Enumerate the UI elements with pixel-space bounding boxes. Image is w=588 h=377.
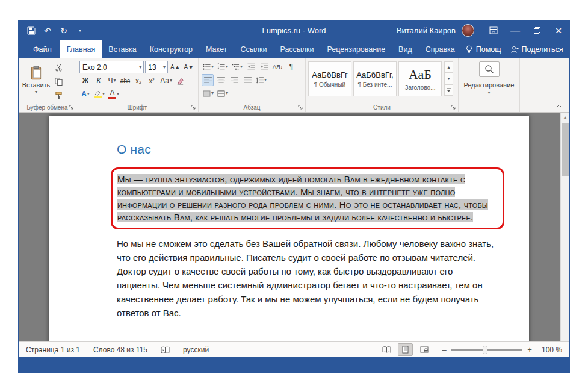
avatar[interactable] [462, 24, 474, 37]
font-color-button[interactable]: А ▾ [107, 88, 120, 100]
line-spacing-button[interactable]: ▾ [255, 74, 268, 86]
style-heading1[interactable]: АаБ Заголово... [398, 61, 442, 96]
paste-button[interactable]: Вставить ▾ [20, 60, 52, 101]
redo-button[interactable]: ↻ [57, 23, 70, 38]
account-name[interactable]: Виталий Каиров [397, 26, 456, 35]
format-painter-button[interactable] [52, 89, 64, 102]
ribbon-display-options-button[interactable] [483, 20, 504, 40]
share-button[interactable]: Поделиться [507, 45, 567, 54]
eraser-icon [176, 77, 184, 85]
align-center-icon [217, 77, 225, 84]
zoom-slider-handle[interactable] [483, 346, 487, 354]
increase-indent-button[interactable] [258, 61, 270, 73]
tab-file[interactable]: Файл [25, 40, 60, 58]
font-size-combo[interactable]: 13 ▾ [145, 61, 168, 73]
editing-group-label[interactable]: Редактирование [464, 81, 515, 89]
tab-review[interactable]: Рецензирование [321, 40, 392, 58]
tab-design[interactable]: Конструктор [143, 40, 199, 58]
strikethrough-button[interactable]: abc [119, 75, 131, 87]
clear-formatting-button[interactable] [175, 75, 187, 87]
chevron-down-icon: ▾ [170, 78, 172, 83]
editing-dropdown-icon[interactable]: ▾ [487, 90, 490, 95]
highlight-button[interactable]: ▾ [93, 88, 106, 100]
cut-button[interactable] [52, 61, 64, 74]
bullets-button[interactable]: ▾ [202, 61, 215, 73]
zoom-level[interactable]: 100 % [537, 346, 562, 354]
tab-references[interactable]: Ссылки [234, 40, 273, 58]
show-marks-button[interactable]: ¶ [285, 61, 297, 73]
customize-qat-button[interactable]: ▾ [73, 23, 87, 38]
statusbar: Страница 1 из 1 Слово 48 из 115 русский … [19, 341, 569, 357]
restore-button[interactable] [526, 20, 548, 40]
borders-button[interactable]: ▾ [216, 87, 229, 99]
dialog-launcher-icon [69, 105, 74, 110]
page-indicator[interactable]: Страница 1 из 1 [26, 346, 80, 354]
paragraph-dialog-launcher[interactable] [297, 104, 304, 111]
shrink-font-button[interactable]: А▼ [183, 61, 195, 73]
justify-button[interactable] [241, 74, 253, 86]
selected-paragraph[interactable]: Мы — группа энтузиастов, одержимых идеей… [117, 173, 497, 223]
tab-layout[interactable]: Макет [199, 40, 234, 58]
tab-insert[interactable]: Вставка [102, 40, 143, 58]
tab-help[interactable]: Справка [419, 40, 462, 58]
grow-font-button[interactable]: А▲ [169, 61, 181, 73]
styles-scroll-down[interactable]: ▾ [444, 73, 453, 84]
window-bottom-strip [19, 357, 569, 373]
proofing-status[interactable] [161, 346, 170, 354]
align-left-button[interactable] [202, 74, 214, 86]
subscript-button[interactable]: x₂ [132, 75, 144, 87]
scroll-up-arrow[interactable]: ▲ [561, 113, 569, 122]
styles-scroll-up[interactable]: ▴ [444, 61, 453, 73]
tab-home[interactable]: Главная [60, 40, 102, 58]
decrease-indent-button[interactable] [245, 61, 257, 73]
collapse-ribbon-button[interactable] [554, 102, 565, 110]
font-size-value: 13 [148, 63, 161, 72]
zoom-in-button[interactable]: + [527, 345, 533, 354]
style-no-spacing[interactable]: АаБбВвГг, ¶ Без инте... [353, 61, 397, 96]
superscript-button[interactable]: x² [146, 75, 158, 87]
font-group-label: Шрифт [76, 104, 198, 111]
web-layout-button[interactable] [416, 343, 432, 356]
sort-button[interactable]: АЯ↓ [271, 61, 284, 73]
styles-dialog-launcher[interactable] [450, 104, 457, 111]
font-dialog-launcher[interactable] [190, 104, 197, 111]
underline-button[interactable]: Ч▾ [106, 75, 118, 87]
language-indicator[interactable]: русский [183, 346, 209, 354]
tell-me-assistant[interactable]: Помощ [462, 45, 505, 54]
scrollbar-thumb[interactable] [562, 123, 569, 176]
find-button[interactable] [479, 61, 500, 77]
vertical-scrollbar[interactable]: ▲ [560, 113, 569, 341]
zoom-slider[interactable] [451, 349, 522, 351]
print-layout-button[interactable] [398, 343, 413, 356]
document-page[interactable]: О нас Мы — группа энтузиастов, одержимых… [49, 116, 529, 341]
styles-more-button[interactable] [444, 84, 453, 96]
multilevel-list-button[interactable]: ▾ [231, 61, 244, 73]
clipboard-dialog-launcher[interactable] [68, 104, 75, 111]
text-effects-button[interactable]: А▾ [79, 88, 91, 100]
document-area: О нас Мы — группа энтузиастов, одержимых… [19, 113, 569, 341]
numbering-button[interactable]: ▾ [216, 61, 229, 73]
close-button[interactable]: × [548, 20, 569, 40]
bold-button[interactable]: Ж [79, 75, 91, 87]
copy-button[interactable] [52, 75, 64, 88]
align-center-button[interactable] [215, 74, 227, 86]
minimize-button[interactable]: — [504, 20, 526, 40]
change-case-button[interactable]: Аа▾ [159, 75, 173, 87]
tab-view[interactable]: Вид [392, 40, 419, 58]
zoom-out-button[interactable]: – [441, 345, 447, 354]
italic-button[interactable]: К [93, 75, 105, 87]
dialog-launcher-icon [191, 105, 196, 110]
word-count[interactable]: Слово 48 из 115 [93, 346, 147, 354]
second-paragraph[interactable]: Но мы не сможем это сделать без Вашей об… [117, 237, 495, 320]
selected-text[interactable]: Мы — группа энтузиастов, одержимых идеей… [117, 174, 488, 222]
dialog-launcher-icon [451, 105, 456, 110]
font-name-combo[interactable]: Exo 2.0 ▾ [79, 61, 144, 73]
chevron-down-icon: ▾ [87, 92, 90, 96]
undo-button[interactable]: ↶ [41, 23, 54, 38]
align-right-button[interactable] [228, 74, 240, 86]
shading-button[interactable]: ▾ [202, 87, 215, 99]
save-button[interactable] [25, 23, 38, 38]
tab-mailings[interactable]: Рассылки [273, 40, 320, 58]
read-mode-button[interactable] [379, 343, 394, 356]
style-normal[interactable]: АаБбВвГг ¶ Обычный [308, 61, 351, 96]
